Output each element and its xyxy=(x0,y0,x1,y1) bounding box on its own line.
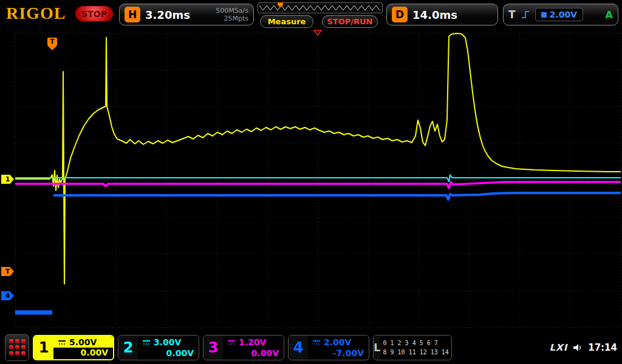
trigger-settings-box[interactable]: T 2.00V A xyxy=(503,4,618,25)
channel-3-box[interactable]: 31.20V0.00V xyxy=(203,335,284,360)
waveform-display: T 1 T 4 xyxy=(0,29,622,331)
sample-rate: 500MSa/s xyxy=(216,7,248,15)
coupling-icon xyxy=(312,339,321,345)
channel-number: 3 xyxy=(203,335,223,360)
channel-scale: 5.00V xyxy=(53,336,113,348)
stop-run-button[interactable]: STOP/RUN xyxy=(322,15,378,28)
memory-depth: 25Mpts xyxy=(216,15,248,22)
clock: 17:14 xyxy=(588,342,617,353)
trigger-level-value: 2.00V xyxy=(550,10,577,19)
channel-status-area: 15.00V0.00V23.00V0.00V31.20V0.00V42.00V-… xyxy=(33,335,369,360)
channel-number: 4 xyxy=(289,335,308,360)
coupling-icon xyxy=(227,339,236,345)
channel-offset: 0.00V xyxy=(138,348,199,360)
channel-offset: -7.00V xyxy=(308,348,369,360)
channel-values: 5.00V0.00V xyxy=(53,336,113,359)
digital-channels-box[interactable]: L 0 1 2 3 4 5 6 7 8 9 10 11 12 13 14 15 xyxy=(373,335,452,360)
waveform-preview-strip[interactable] xyxy=(258,2,383,13)
delay-value: 14.0ms xyxy=(412,8,457,21)
delay-settings-box[interactable]: D 14.0ms xyxy=(386,4,498,25)
menu-grid-dot xyxy=(15,339,19,343)
coupling-icon xyxy=(58,339,66,345)
channel-offset: 0.00V xyxy=(223,348,284,360)
lxi-logo: LXI xyxy=(550,342,568,353)
trigger-mode: A xyxy=(606,9,613,21)
acquisition-info: 500MSa/s 25Mpts xyxy=(216,7,248,22)
horizontal-settings-box[interactable]: H 3.20ms 500MSa/s 25Mpts xyxy=(119,4,254,25)
trigger-position-pointer xyxy=(48,46,56,50)
trigger-position-marker[interactable]: T xyxy=(47,38,57,50)
measure-button[interactable]: Measure xyxy=(260,15,313,28)
trigger-position-label: T xyxy=(47,38,57,46)
status-cluster: LXI 17:14 xyxy=(550,342,617,353)
graticule-and-traces xyxy=(0,29,622,331)
trigger-level-box: 2.00V xyxy=(535,8,583,21)
channel-offset: 0.00V xyxy=(53,348,113,359)
channel-values: 1.20V0.00V xyxy=(223,335,284,360)
delay-marker-icon xyxy=(313,30,322,36)
footer: 15.00V0.00V23.00V0.00V31.20V0.00V42.00V-… xyxy=(0,331,622,364)
header: RIGOL STOP H 3.20ms 500MSa/s 25Mpts Meas… xyxy=(0,0,622,29)
digital-label: L xyxy=(374,335,380,360)
speaker-icon[interactable] xyxy=(573,343,583,352)
menu-grid-dot xyxy=(21,351,26,356)
channel-2-box[interactable]: 23.00V0.00V xyxy=(118,335,199,360)
preview-waveform xyxy=(258,3,381,13)
channel-scale: 3.00V xyxy=(138,335,199,348)
channel-values: 3.00V0.00V xyxy=(138,335,199,360)
channel-scale: 2.00V xyxy=(308,335,369,348)
channel-values: 2.00V-7.00V xyxy=(308,335,369,360)
menu-grid-dot xyxy=(9,345,13,349)
coupling-icon xyxy=(142,339,151,345)
channel-number: 1 xyxy=(34,336,53,359)
menu-grid-dot xyxy=(15,351,19,356)
run-status-badge: STOP xyxy=(75,6,113,21)
menu-grid-dot xyxy=(21,339,26,343)
horizontal-badge: H xyxy=(125,7,140,22)
menu-grid-dot xyxy=(21,345,26,349)
menu-grid-dot xyxy=(15,345,19,349)
timebase-value: 3.20ms xyxy=(145,8,190,21)
digital-row-2: 8 9 10 11 12 13 14 15 xyxy=(383,348,452,357)
digital-rows: 0 1 2 3 4 5 6 7 8 9 10 11 12 13 14 15 xyxy=(380,335,452,360)
channel-4-box[interactable]: 42.00V-7.00V xyxy=(288,335,369,360)
channel-number: 2 xyxy=(118,335,138,360)
rigol-logo: RIGOL xyxy=(6,4,66,23)
trigger-source-icon xyxy=(541,12,547,18)
channel-1-box[interactable]: 15.00V0.00V xyxy=(33,335,114,360)
menu-grid-dot xyxy=(9,351,13,356)
channel-scale: 1.20V xyxy=(223,335,284,348)
menu-grid-dot xyxy=(9,339,13,343)
menu-button[interactable] xyxy=(5,334,29,361)
trigger-slope-icon xyxy=(521,10,530,19)
digital-row-1: 0 1 2 3 4 5 6 7 xyxy=(383,339,452,348)
delay-badge: D xyxy=(392,7,408,22)
trigger-badge: T xyxy=(508,8,516,21)
